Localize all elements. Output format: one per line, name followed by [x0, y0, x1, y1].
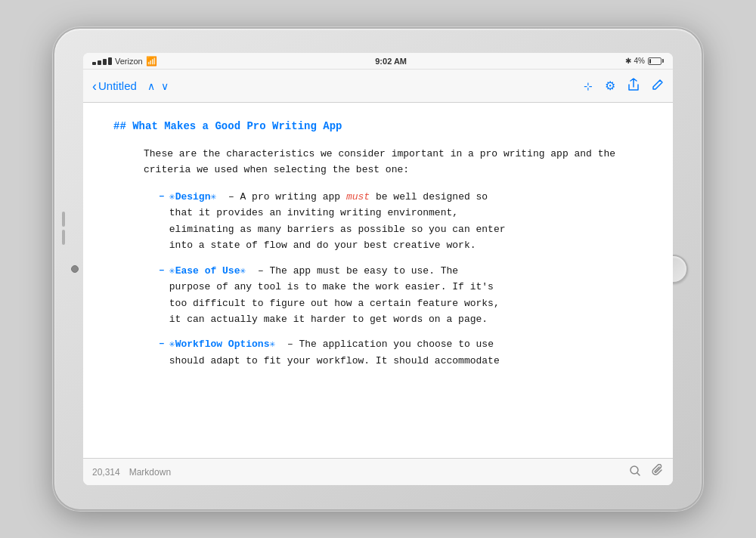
battery-icon — [648, 57, 664, 65]
ipad-screen: Verizon 📶 9:02 AM ✱ 4% — [83, 53, 673, 485]
signal-icon — [92, 57, 112, 65]
status-bar: Verizon 📶 9:02 AM ✱ 4% — [83, 53, 673, 70]
settings-icon[interactable]: ⚙ — [605, 79, 615, 93]
screen-bezel: Verizon 📶 9:02 AM ✱ 4% — [83, 53, 673, 485]
battery-percent: 4% — [634, 57, 645, 65]
nav-up-arrow[interactable]: ∧ — [147, 80, 155, 92]
bullet-content: ✳Ease of Use✳ – The app must be easy to … — [169, 263, 500, 328]
word-count: 20,314 — [92, 467, 120, 478]
carrier-label: Verizon — [115, 57, 143, 66]
bullet-dash-icon: – — [159, 336, 165, 352]
nav-bar: ‹ Untitled ∧ ∨ ⊹ ⚙ — [83, 70, 673, 103]
search-icon[interactable] — [629, 465, 641, 480]
status-time: 9:02 AM — [375, 57, 407, 66]
nav-right: ⊹ ⚙ — [584, 78, 664, 94]
editor-mode: Markdown — [129, 467, 171, 478]
wifi-icon: 📶 — [146, 56, 157, 66]
share-icon[interactable] — [627, 78, 640, 94]
emphasis-must: must — [346, 191, 370, 203]
bottom-bar: 20,314 Markdown — [83, 458, 673, 485]
list-item: – ✳Workflow Options✳ – The application y… — [159, 336, 643, 369]
intro-text: These are the characteristics we conside… — [144, 148, 615, 175]
bullet-content: ✳Design✳ – A pro writing app must be wel… — [169, 189, 506, 254]
list-item: – ✳Ease of Use✳ – The app must be easy t… — [159, 263, 643, 328]
paperclip-icon[interactable] — [652, 464, 664, 481]
ipad-device: Verizon 📶 9:02 AM ✱ 4% — [53, 27, 703, 511]
content-area: ## What Makes a Good Pro Writing App The… — [83, 103, 673, 458]
back-chevron-icon: ‹ — [92, 79, 97, 93]
bullet-list: – ✳Design✳ – A pro writing app must be w… — [113, 189, 643, 369]
bullet-dash-icon: – — [159, 189, 165, 205]
bluetooth-icon: ✱ — [625, 57, 631, 65]
compose-icon[interactable] — [652, 79, 664, 94]
keyword-ease-of-use: Ease of Use — [175, 265, 240, 277]
intro-paragraph: These are the characteristics we conside… — [113, 147, 643, 178]
volume-buttons — [62, 212, 65, 245]
nav-arrows: ∧ ∨ — [147, 80, 169, 92]
camera — [71, 265, 79, 273]
keyword-workflow-options: Workflow Options — [175, 339, 270, 350]
bullet-content: ✳Workflow Options✳ – The application you… — [169, 336, 500, 369]
bottom-left: 20,314 Markdown — [92, 467, 171, 478]
nav-left: ‹ Untitled ∧ ∨ — [92, 79, 169, 93]
document-heading: ## What Makes a Good Pro Writing App — [113, 118, 643, 134]
heading-text: ## What Makes a Good Pro Writing App — [113, 120, 342, 132]
keyword-design: Design — [175, 191, 211, 203]
status-right: ✱ 4% — [625, 57, 664, 65]
status-left: Verizon 📶 — [92, 56, 157, 66]
back-label: Untitled — [98, 79, 137, 92]
volume-up — [62, 212, 65, 227]
pointer-icon[interactable]: ⊹ — [584, 80, 593, 92]
volume-down — [62, 230, 65, 245]
back-button[interactable]: ‹ Untitled — [92, 79, 137, 93]
bottom-right — [629, 464, 664, 481]
svg-line-1 — [637, 473, 640, 475]
bullet-dash-icon: – — [159, 263, 165, 279]
list-item: – ✳Design✳ – A pro writing app must be w… — [159, 189, 643, 254]
nav-down-arrow[interactable]: ∨ — [161, 80, 169, 92]
